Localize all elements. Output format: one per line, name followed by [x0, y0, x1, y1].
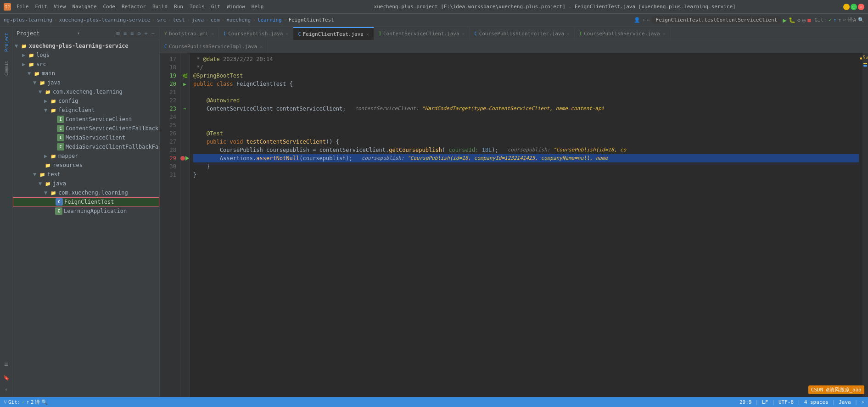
menu-navigate[interactable]: Navigate [70, 3, 100, 11]
git-check-status-icon: ✓ [22, 399, 25, 405]
tree-item-logs[interactable]: ▶ 📁 logs [13, 50, 159, 60]
menu-code[interactable]: Code [100, 3, 118, 11]
gutter-20-run-icon[interactable]: ▶ [183, 80, 186, 88]
nav-breadcrumb-3[interactable]: src [157, 17, 166, 23]
tab-close-course-publish[interactable]: ✕ [286, 31, 288, 36]
tree-item-mapper[interactable]: ▶ 📁 mapper [13, 151, 159, 161]
nav-breadcrumb-5[interactable]: java [192, 17, 204, 23]
panel-icon-add[interactable]: + [144, 30, 149, 37]
tab-course-publish-java[interactable]: C CoursePublish.java ✕ [219, 27, 293, 40]
folder-src-icon: 📁 [28, 61, 35, 68]
panel-icon-locate[interactable]: ⊞ [116, 30, 121, 37]
menu-help[interactable]: Help [249, 3, 267, 11]
sidebar-icon-project[interactable]: Project [1, 28, 12, 56]
tree-label-package: com.xuecheng.learning [53, 89, 123, 95]
tab-course-publish-controller[interactable]: C CoursePublishController.java ✕ [470, 27, 575, 40]
nav-breadcrumb-7[interactable]: xuecheng [226, 17, 251, 23]
menu-run[interactable]: Run [171, 3, 186, 11]
git-undo-icon[interactable]: ↩ [843, 17, 846, 23]
menu-view[interactable]: View [51, 3, 69, 11]
tree-item-test-java[interactable]: ▼ 📁 java [13, 179, 159, 188]
tree-item-media-service-client[interactable]: I MediaServiceClient [13, 133, 159, 142]
tree-item-learning-app[interactable]: C LearningApplication [13, 206, 159, 216]
chevron-right-icon: ▶ [44, 98, 50, 104]
tree-item-main[interactable]: ▼ 📁 main [13, 69, 159, 78]
menu-git[interactable]: Git [208, 3, 223, 11]
build-button[interactable]: ⚙ [797, 17, 801, 23]
status-indent: 4 spaces [804, 399, 829, 405]
sidebar-icon-bookmarks[interactable]: 🔖 [1, 372, 12, 383]
panel-icon-expand[interactable]: ≡ [129, 30, 134, 37]
git-translate-icon[interactable]: 译A [848, 17, 856, 23]
git-check-icon[interactable]: ✓ [829, 17, 832, 23]
nav-icon-stop[interactable]: ■ [807, 17, 811, 23]
tree-item-msc-fallback[interactable]: C MediaServiceClientFallbackFacto... [13, 142, 159, 151]
panel-icon-remove[interactable]: − [151, 30, 156, 37]
folder-logs-icon: 📁 [28, 51, 35, 59]
nav-breadcrumb-learning[interactable]: learning [258, 17, 282, 23]
tab-close-cpsi[interactable]: ✕ [260, 44, 263, 49]
sidebar-icon-structure[interactable]: ⚡ [1, 384, 12, 395]
tree-item-test[interactable]: ▼ 📁 test [13, 170, 159, 179]
code-line-22: @Autowired [193, 96, 859, 105]
menu-window[interactable]: Window [224, 3, 248, 11]
menu-refactor[interactable]: Refactor [119, 3, 149, 11]
tab-course-publish-service-impl[interactable]: C CoursePublishServiceImpl.java ✕ [160, 40, 268, 53]
nav-breadcrumb-6[interactable]: com [211, 17, 220, 23]
folder-icon: 📁 [20, 42, 28, 50]
tree-item-csc-fallback[interactable]: C ContentServiceClientFallbackFact... [13, 124, 159, 133]
code-editor[interactable]: * @date 2023/2/22 20:14 */ @SpringBootTe… [190, 53, 862, 397]
tree-item-content-service-client[interactable]: I ContentServiceClient [13, 115, 159, 124]
tree-item-resources[interactable]: 📁 resources [13, 161, 159, 170]
panel-icon-collapse[interactable]: ≡ [123, 30, 128, 37]
tab-bootstrap-yml[interactable]: Y bootstrap.yml ✕ [160, 27, 219, 40]
maximize-button[interactable]: □ [851, 4, 857, 10]
tab-content-service-client[interactable]: I ContentServiceClient.java ✕ [374, 27, 470, 40]
debug-run-button[interactable]: 🐛 [789, 17, 795, 23]
tree-item-feign-client-test[interactable]: C FeignClientTest [13, 197, 159, 206]
editor-gutter: 🌿 ▶ ➡ [180, 53, 190, 397]
git-branch-icon[interactable]: ↕ [838, 17, 841, 23]
tab-feign-client-test[interactable]: C FeignClientTest.java ✕ [293, 27, 374, 40]
status-language: Java [839, 399, 851, 405]
menu-build[interactable]: Build [150, 3, 170, 11]
menu-tools[interactable]: Tools [187, 3, 207, 11]
search-global-icon[interactable]: 🔍 [858, 17, 864, 23]
sidebar-icon-commit[interactable]: Commit [1, 57, 12, 80]
code-line-18: */ [193, 63, 859, 72]
run-button[interactable]: ▶ [783, 17, 786, 24]
sidebar-icon-bottom1[interactable]: ≡ [1, 358, 12, 369]
minimize-button[interactable]: − [843, 4, 850, 10]
folder-feignclient-icon: 📁 [50, 106, 57, 114]
tree-item-package[interactable]: ▼ 📁 com.xuecheng.learning [13, 87, 159, 96]
git-push-icon[interactable]: ↑ [834, 17, 837, 23]
tree-item-config[interactable]: ▶ 📁 config [13, 96, 159, 106]
tree-item-test-package[interactable]: ▼ 📁 com.xuecheng.learning [13, 188, 159, 197]
tree-item-root[interactable]: ▼ 📁 xuecheng-plus-learning-service [13, 41, 159, 50]
chevron-down-icon: ▼ [39, 180, 44, 187]
nav-icon-coverage[interactable]: ◎ [802, 17, 806, 23]
menu-file[interactable]: File [14, 3, 32, 11]
tab-close-csc[interactable]: ✕ [462, 31, 465, 36]
menu-edit[interactable]: Edit [33, 3, 50, 11]
window-controls: − □ ✕ [843, 4, 864, 10]
tab-close-cps[interactable]: ✕ [663, 31, 666, 36]
folder-java-icon: 📁 [39, 79, 46, 86]
tab-close-feign[interactable]: ✕ [366, 32, 369, 37]
tab-close-cpc[interactable]: ✕ [567, 31, 570, 36]
nav-breadcrumb-2[interactable]: xuecheng-plus-learning-service [59, 17, 151, 23]
window-title: xuecheng-plus-project [E:\idea-workspace… [269, 4, 840, 10]
code-line-23: ContentServiceClient contentServiceClien… [193, 105, 859, 113]
nav-breadcrumb-4[interactable]: test [173, 17, 185, 23]
tree-item-feignclient[interactable]: ▼ 📁 feignclient [13, 106, 159, 115]
tab-close-bootstrap[interactable]: ✕ [211, 31, 214, 36]
tab-course-publish-service[interactable]: I CoursePublishService.java ✕ [575, 27, 671, 40]
nav-breadcrumb-1[interactable]: ng-plus-learning [4, 17, 52, 23]
tree-item-src[interactable]: ▶ 📁 src [13, 60, 159, 69]
java-class-icon: C [55, 207, 62, 215]
gutter-29-breakpoint[interactable] [180, 154, 189, 162]
close-button[interactable]: ✕ [858, 4, 864, 10]
nav-back-icon[interactable]: ← [647, 17, 650, 23]
tree-item-java[interactable]: ▼ 📁 java [13, 78, 159, 87]
panel-icon-settings[interactable]: ⚙ [136, 30, 141, 37]
